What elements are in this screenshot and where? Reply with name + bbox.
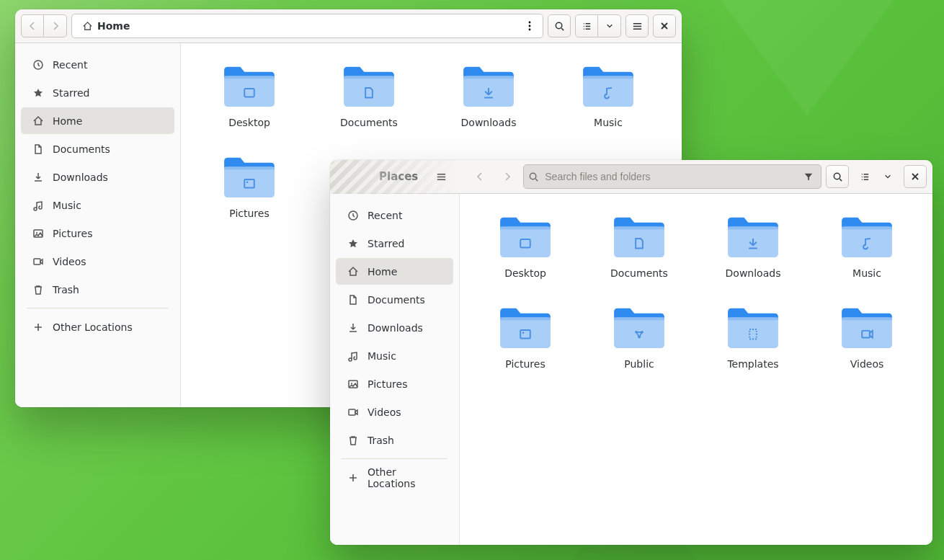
close-window-button[interactable] [904, 165, 927, 188]
sidebar-item-starred[interactable]: Starred [21, 79, 174, 106]
folder-icon [460, 63, 517, 110]
sidebar-separator [342, 458, 447, 459]
folder-label: Pictures [229, 208, 269, 219]
search-input[interactable] [543, 170, 796, 183]
folder-documents[interactable]: Documents [582, 211, 696, 282]
forward-button[interactable] [44, 14, 67, 37]
folder-icon [497, 305, 553, 351]
sidebar-item-recent[interactable]: Recent [21, 51, 174, 78]
breadcrumb-home[interactable]: Home [75, 17, 137, 35]
folder-label: Documents [340, 117, 398, 128]
folder-icon [839, 305, 895, 351]
pathbar[interactable]: Home [71, 14, 543, 38]
view-options-button[interactable] [598, 14, 621, 37]
trash-icon [347, 435, 359, 446]
recent-icon [32, 59, 44, 71]
view-list-button[interactable] [853, 165, 876, 188]
folder-label: Downloads [726, 267, 781, 279]
folder-pictures[interactable]: Pictures [190, 151, 309, 222]
pathbar-menu-button[interactable] [520, 16, 540, 36]
svg-point-5 [556, 22, 561, 28]
sidebar-item-videos[interactable]: Videos [336, 399, 453, 425]
sidebar-item-starred[interactable]: Starred [336, 230, 453, 257]
chevron-left-icon [476, 172, 484, 181]
sidebar-item-label: Pictures [53, 228, 92, 239]
folder-desktop[interactable]: Desktop [468, 211, 582, 282]
sidebar-item-other-locations[interactable]: Other Locations [336, 464, 453, 491]
svg-point-17 [834, 173, 840, 179]
window-title: Places [336, 170, 425, 183]
search-button[interactable] [826, 165, 849, 188]
sidebar-item-downloads[interactable]: Downloads [336, 314, 453, 341]
folder-documents[interactable]: Documents [309, 61, 429, 131]
sidebar-item-videos[interactable]: Videos [21, 248, 174, 275]
view-options-button[interactable] [876, 165, 899, 188]
sidebar-item-documents[interactable]: Documents [336, 286, 453, 313]
hamburger-menu-button[interactable] [625, 14, 649, 37]
svg-point-3 [529, 25, 531, 27]
back-button[interactable] [21, 14, 44, 37]
svg-rect-21 [614, 226, 664, 229]
folder-videos[interactable]: Videos [810, 302, 924, 373]
search-icon [554, 21, 565, 32]
svg-rect-7 [224, 76, 275, 79]
forward-button[interactable] [496, 165, 519, 188]
filter-icon[interactable] [801, 172, 816, 182]
close-window-button[interactable] [653, 14, 676, 37]
breadcrumb-label: Home [97, 20, 130, 32]
folder-desktop[interactable]: Desktop [190, 61, 309, 131]
search-field[interactable] [523, 164, 821, 189]
search-button[interactable] [548, 14, 571, 37]
folder-icon [221, 154, 277, 200]
folder-icon [580, 63, 636, 110]
view-list-button[interactable] [575, 14, 598, 37]
folder-view[interactable]: Desktop Documents Downloads Music [460, 194, 932, 545]
sidebar-item-pictures[interactable]: Pictures [21, 220, 174, 246]
sidebar-item-label: Music [53, 200, 81, 211]
folder-label: Desktop [228, 117, 270, 128]
sidebar: RecentStarredHomeDocumentsDownloadsMusic… [330, 194, 460, 545]
sidebar-item-label: Recent [368, 210, 402, 221]
back-button[interactable] [468, 165, 491, 188]
sidebar-item-downloads[interactable]: Downloads [21, 164, 174, 190]
sidebar-item-label: Trash [368, 435, 394, 446]
sidebar-item-home[interactable]: Home [21, 107, 174, 134]
chevron-down-icon [884, 173, 891, 180]
chevron-left-icon [28, 22, 37, 30]
sidebar-item-documents[interactable]: Documents [21, 135, 174, 162]
folder-music[interactable]: Music [548, 61, 668, 131]
folder-music[interactable]: Music [810, 211, 924, 282]
sidebar-item-label: Recent [53, 59, 87, 71]
sidebar: RecentStarredHomeDocumentsDownloadsMusic… [15, 43, 181, 407]
svg-rect-24 [842, 226, 892, 257]
folder-icon [725, 214, 781, 260]
sidebar-item-label: Documents [53, 143, 110, 155]
sidebar-item-music[interactable]: Music [21, 192, 174, 218]
folder-downloads[interactable]: Downloads [696, 211, 810, 282]
document-icon [32, 143, 44, 155]
sidebar-item-recent[interactable]: Recent [336, 202, 453, 228]
folder-label: Downloads [461, 117, 517, 128]
hamburger-menu-button[interactable] [429, 165, 453, 188]
folder-label: Pictures [505, 358, 545, 370]
folder-public[interactable]: Public [582, 302, 696, 373]
folder-label: Music [852, 267, 881, 279]
folder-pictures[interactable]: Pictures [468, 302, 582, 373]
folder-downloads[interactable]: Downloads [429, 61, 548, 131]
sidebar-item-pictures[interactable]: Pictures [336, 370, 453, 397]
svg-rect-14 [224, 166, 275, 197]
sidebar-item-trash[interactable]: Trash [336, 427, 453, 453]
star-icon [347, 238, 359, 249]
home-icon [82, 21, 93, 32]
folder-icon [725, 305, 781, 351]
home-icon [347, 266, 359, 277]
sidebar-item-music[interactable]: Music [336, 342, 453, 369]
folder-templates[interactable]: Templates [696, 302, 810, 373]
folder-label: Music [594, 117, 623, 128]
sidebar-item-label: Other Locations [368, 466, 442, 489]
folder-icon [221, 63, 277, 110]
sidebar-item-trash[interactable]: Trash [21, 276, 174, 303]
svg-rect-28 [614, 317, 664, 348]
sidebar-item-other-locations[interactable]: Other Locations [21, 314, 174, 340]
sidebar-item-home[interactable]: Home [336, 258, 453, 285]
